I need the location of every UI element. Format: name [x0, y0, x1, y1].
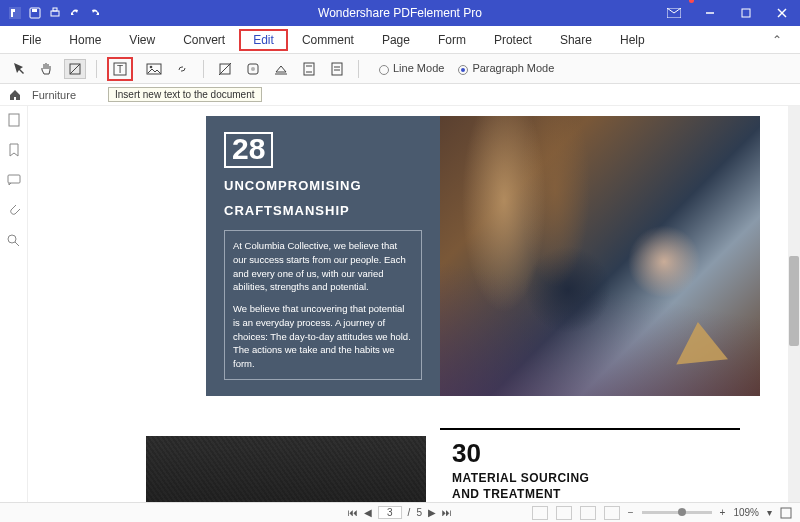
paragraph-mode-radio[interactable]: Paragraph Mode [458, 62, 554, 74]
app-logo-icon [8, 6, 22, 20]
menu-home[interactable]: Home [55, 29, 115, 51]
edit-ribbon: T Line Mode Paragraph Mode [0, 54, 800, 84]
separator [203, 60, 204, 78]
line-mode-radio[interactable]: Line Mode [379, 62, 444, 74]
page-current-input[interactable]: 3 [378, 506, 402, 519]
tooltip: Insert new text to the document [108, 87, 262, 102]
collapse-ribbon-icon[interactable]: ⌃ [762, 29, 792, 51]
view-facing-icon[interactable] [580, 506, 596, 520]
doc-photo-material [146, 436, 426, 502]
svg-point-29 [8, 235, 16, 243]
triangle-ruler-icon [672, 319, 728, 364]
watermark-icon[interactable] [242, 59, 264, 79]
crop-icon[interactable] [214, 59, 236, 79]
block28-body[interactable]: At Columbia Collective, we believe that … [224, 230, 422, 380]
menu-edit[interactable]: Edit [239, 29, 288, 51]
svg-rect-21 [304, 63, 314, 75]
svg-line-30 [15, 242, 19, 246]
page-first-icon[interactable]: ⏮ [348, 507, 358, 518]
svg-rect-4 [53, 8, 57, 11]
main-area: 28 UNCOMPROMISING CRAFTSMANSHIP At Colum… [0, 106, 800, 502]
zoom-dropdown-icon[interactable]: ▾ [767, 507, 772, 518]
sidepanel [0, 106, 28, 502]
minimize-button[interactable] [692, 0, 728, 26]
select-tool-icon[interactable] [8, 59, 30, 79]
header-footer-icon[interactable] [298, 59, 320, 79]
svg-line-11 [70, 64, 80, 74]
attachments-icon[interactable] [6, 202, 22, 218]
svg-rect-7 [742, 9, 750, 17]
breadcrumb-doc[interactable]: Furniture [32, 89, 76, 101]
maximize-button[interactable] [728, 0, 764, 26]
zoom-in-icon[interactable]: + [720, 507, 726, 518]
home-icon[interactable] [8, 88, 22, 102]
bates-number-icon[interactable] [326, 59, 348, 79]
svg-rect-31 [781, 508, 791, 518]
menu-page[interactable]: Page [368, 29, 424, 51]
block28-p2: We believe that uncovering that potentia… [233, 302, 413, 371]
block30-heading2: AND TREATMENT [452, 487, 740, 501]
bookmarks-icon[interactable] [6, 142, 22, 158]
doc-block-28: 28 UNCOMPROMISING CRAFTSMANSHIP At Colum… [206, 116, 440, 396]
redo-icon[interactable] [88, 6, 102, 20]
undo-icon[interactable] [68, 6, 82, 20]
svg-text:T: T [117, 64, 123, 75]
mail-icon[interactable] [656, 0, 692, 26]
document-canvas[interactable]: 28 UNCOMPROMISING CRAFTSMANSHIP At Colum… [28, 106, 800, 502]
page-nav: ⏮ ◀ 3 / 5 ▶ ⏭ [348, 506, 452, 519]
menu-comment[interactable]: Comment [288, 29, 368, 51]
menu-share[interactable]: Share [546, 29, 606, 51]
svg-line-17 [219, 63, 231, 75]
breadcrumb: Furniture Insert new text to the documen… [0, 84, 800, 106]
app-title: Wondershare PDFelement Pro [318, 6, 482, 20]
search-panel-icon[interactable] [6, 232, 22, 248]
separator [358, 60, 359, 78]
edit-object-icon[interactable] [64, 59, 86, 79]
page-prev-icon[interactable]: ◀ [364, 507, 372, 518]
separator [96, 60, 97, 78]
block28-heading1: UNCOMPROMISING [224, 178, 422, 193]
vertical-scrollbar[interactable] [788, 106, 800, 502]
view-continuous-icon[interactable] [556, 506, 572, 520]
menubar: File Home View Convert Edit Comment Page… [0, 26, 800, 54]
zoom-out-icon[interactable]: − [628, 507, 634, 518]
close-button[interactable] [764, 0, 800, 26]
block28-number: 28 [224, 132, 273, 168]
thumbnails-icon[interactable] [6, 112, 22, 128]
view-grid-icon[interactable] [604, 506, 620, 520]
page-next-icon[interactable]: ▶ [428, 507, 436, 518]
doc-photo-crafts [440, 116, 760, 396]
menu-protect[interactable]: Protect [480, 29, 546, 51]
svg-rect-24 [332, 63, 342, 75]
svg-rect-27 [9, 114, 19, 126]
print-icon[interactable] [48, 6, 62, 20]
add-text-icon[interactable]: T [107, 57, 133, 81]
zoom-value[interactable]: 109% [733, 507, 759, 518]
menu-view[interactable]: View [115, 29, 169, 51]
svg-point-15 [150, 65, 153, 68]
block28-p1: At Columbia Collective, we believe that … [233, 239, 413, 294]
menu-file[interactable]: File [8, 29, 55, 51]
scrollbar-thumb[interactable] [789, 256, 799, 346]
page-sep: / [408, 507, 411, 518]
save-icon[interactable] [28, 6, 42, 20]
hand-tool-icon[interactable] [36, 59, 58, 79]
svg-point-19 [251, 67, 255, 71]
link-icon[interactable] [171, 59, 193, 79]
add-image-icon[interactable] [143, 59, 165, 79]
zoom-slider[interactable] [642, 511, 712, 514]
titlebar: Wondershare PDFelement Pro [0, 0, 800, 26]
menu-help[interactable]: Help [606, 29, 659, 51]
comments-icon[interactable] [6, 172, 22, 188]
menu-convert[interactable]: Convert [169, 29, 239, 51]
doc-block-30: 30 MATERIAL SOURCING AND TREATMENT [440, 428, 740, 501]
block28-heading2: CRAFTSMANSHIP [224, 203, 422, 218]
svg-rect-0 [9, 7, 21, 19]
menu-form[interactable]: Form [424, 29, 480, 51]
page-last-icon[interactable]: ⏭ [442, 507, 452, 518]
fullscreen-icon[interactable] [780, 507, 792, 519]
background-icon[interactable] [270, 59, 292, 79]
svg-rect-3 [51, 11, 59, 16]
view-single-icon[interactable] [532, 506, 548, 520]
page-total: 5 [416, 507, 422, 518]
